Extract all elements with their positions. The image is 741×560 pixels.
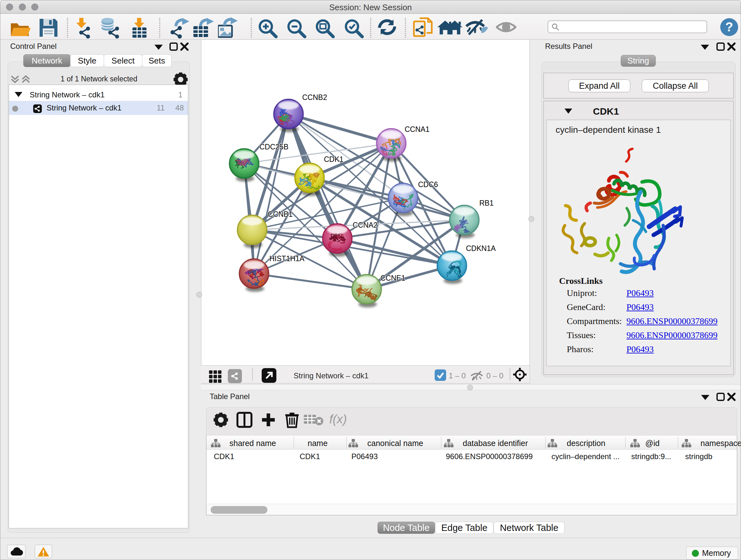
svg-text:CCNE1: CCNE1	[381, 274, 405, 282]
svg-text:CDC25B: CDC25B	[259, 143, 288, 151]
svg-text:CDK1: CDK1	[324, 155, 343, 164]
svg-text:?: ?	[725, 20, 733, 34]
svg-text:CDKN1A: CDKN1A	[466, 244, 496, 253]
svg-text:CCNA2: CCNA2	[353, 221, 378, 229]
svg-text:CCNA1: CCNA1	[405, 125, 429, 133]
svg-text:CCNB2: CCNB2	[302, 93, 327, 102]
svg-text:CDC6: CDC6	[418, 180, 438, 189]
svg-text:RB1: RB1	[479, 199, 494, 207]
svg-text:CCNB1: CCNB1	[268, 210, 293, 219]
svg-text:HIST1H1A: HIST1H1A	[269, 254, 305, 263]
